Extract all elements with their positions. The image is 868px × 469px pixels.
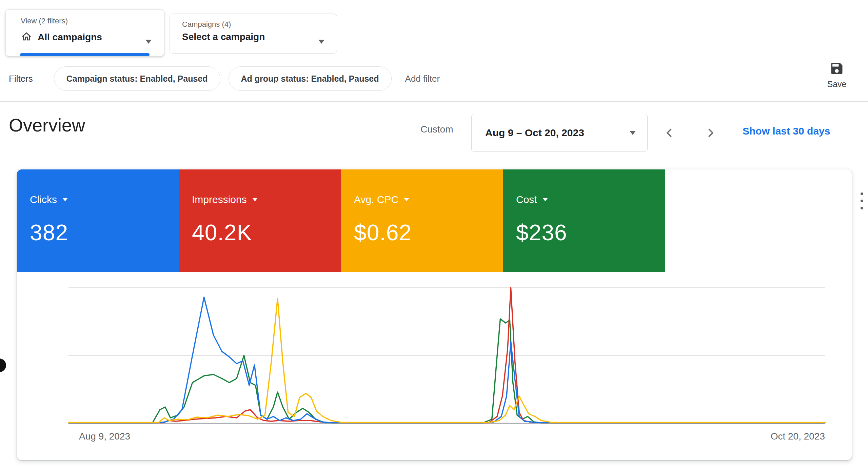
section-divider [0,101,868,102]
previous-period-button[interactable] [658,122,680,144]
chevron-down-icon [318,40,324,44]
next-period-button[interactable] [700,122,722,144]
chevron-down-icon [630,131,636,135]
save-button[interactable]: Save [822,61,852,89]
chevron-down-icon [62,198,68,201]
date-mode-label: Custom [420,124,453,135]
chevron-down-icon [542,198,548,201]
kebab-dot [861,207,863,209]
filters-label: Filters [9,74,33,84]
metric-label: Cost [516,194,537,205]
more-options-button[interactable] [859,191,865,211]
x-axis-end-label: Oct 20, 2023 [771,431,825,442]
metric-label-row: Clicks [30,194,68,205]
metric-label: Avg. CPC [354,194,398,205]
show-last-30-days-link[interactable]: Show last 30 days [743,125,830,137]
chevron-left-icon [663,127,675,139]
metric-label: Clicks [30,194,57,205]
campaign-selector-row: Select a campaign [182,32,265,42]
chevron-down-icon [145,40,152,44]
date-range-selector[interactable]: Aug 9 – Oct 20, 2023 [471,114,648,152]
campaign-selector-value: Select a campaign [182,32,265,42]
metric-label-row: Avg. CPC [354,194,409,205]
add-filter-button[interactable]: Add filter [405,74,440,84]
view-selector-value: All campaigns [38,32,102,43]
save-button-label: Save [827,79,847,89]
metric-value: $0.62 [354,220,412,245]
campaign-selector-label: Campaigns (4) [182,20,231,29]
view-selector[interactable]: View (2 filters) All campaigns [5,9,164,56]
page-title: Overview [9,115,85,136]
metric-tabs: Clicks 382 Impressions 40.2K Avg. CPC $0… [17,169,852,272]
kebab-dot [861,200,863,202]
view-selector-row: All campaigns [21,31,102,44]
save-icon [829,61,844,77]
home-icon [21,31,32,44]
overview-card: Clicks 382 Impressions 40.2K Avg. CPC $0… [17,169,852,460]
metric-value: 382 [30,220,68,245]
view-selector-label: View (2 filters) [21,17,68,25]
date-range-value: Aug 9 – Oct 20, 2023 [485,127,584,139]
metric-label-row: Cost [516,194,548,205]
metric-tab-impressions[interactable]: Impressions 40.2K [179,169,341,272]
filter-chip-ad-group-status[interactable]: Ad group status: Enabled, Paused [229,66,392,91]
metric-label-row: Impressions [192,194,258,205]
filter-chip-campaign-status[interactable]: Campaign status: Enabled, Paused [54,66,220,91]
filters-bar: Filters Campaign status: Enabled, Paused… [9,66,440,91]
active-tab-indicator [20,53,150,56]
screen-edge-artifact [0,359,6,372]
metric-tab-avg-cpc[interactable]: Avg. CPC $0.62 [341,169,503,272]
metric-tab-cost[interactable]: Cost $236 [503,169,665,272]
metric-label: Impressions [192,194,247,205]
metric-value: $236 [516,220,567,245]
x-axis-start-label: Aug 9, 2023 [79,431,130,442]
chevron-down-icon [252,198,258,201]
chevron-right-icon [705,127,717,139]
kebab-dot [861,192,863,195]
chevron-down-icon [404,198,409,201]
campaign-selector[interactable]: Campaigns (4) Select a campaign [170,14,337,54]
metric-tab-clicks[interactable]: Clicks 382 [17,169,179,272]
metric-value: 40.2K [192,220,252,245]
